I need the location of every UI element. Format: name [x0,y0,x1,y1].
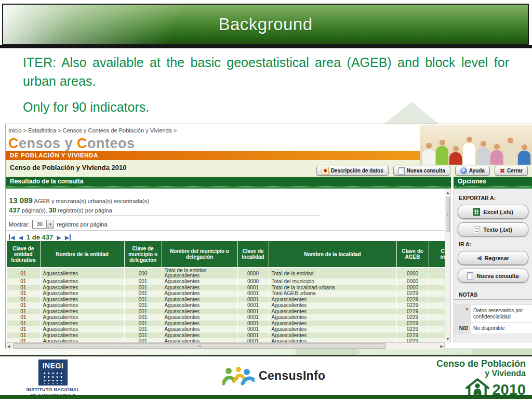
next-page-icon[interactable] [57,234,61,241]
table-cell: 01 [7,321,40,327]
previous-page-icon[interactable] [18,234,22,241]
found-label: AGEB y manzana(s) urbana(s) encontrada(s… [33,198,149,204]
table-cell: 001 [124,321,162,327]
table-cell: 01 [7,314,40,321]
export-excel-xls-button[interactable]: Excel (.xls) [458,205,528,219]
table-row: 01Aguascalientes001Aguascalientes0001Tot… [7,290,445,297]
table-cell: 0229 [396,297,429,303]
censo-line2: y Vivienda [436,369,526,378]
page-icon [467,272,473,280]
table-cell: 0000 [396,278,429,285]
table-cell: Aguascalientes [40,297,124,303]
table-cell: 01 [7,302,40,309]
table-cell: Aguascalientes [162,302,237,309]
inegi-name-line1: INSTITUTO NACIONAL [17,387,89,393]
table-cell: Aguascalientes [269,326,396,332]
table-cell: Aguascalientes [40,321,124,327]
photo-person [504,138,516,165]
body-paragraph-1: ITER: Also available at the basic geoest… [23,54,509,90]
excel-icon [473,208,480,216]
vertical-scroll-thumb[interactable] [446,197,450,232]
close-icon [500,168,505,174]
decorative-triangle [383,102,440,125]
export-buttons: Excel (.xls)Texto (.txt) [454,205,532,236]
slide-title-bar: Background [2,4,529,45]
table-cell: 01 [7,332,40,339]
found-count: 13 089 [9,196,33,205]
browser-screenshot: Inicio > Estadística > Censos y Conteos … [5,124,532,349]
goto-buttons: RegresarNueva consulta [454,251,532,283]
table-cell [429,314,445,321]
census-family-photo [420,125,532,165]
goto-nueva-consulta-button[interactable]: Nueva consulta [458,269,528,283]
photo-person [436,140,448,165]
toolbar-nueva-consulta-button[interactable]: Nueva consulta [393,166,450,176]
table-cell: 0001 [237,285,269,291]
censusinfo-logo: CensusInfo [222,366,325,385]
table-cell: 0229 [396,332,429,339]
show-label: Mostrar: [9,221,30,228]
table-cell: Aguascalientes [162,314,237,321]
table-cell: Total del municipio [269,278,396,285]
table-cell [429,302,445,309]
pagination-text: 1 de 437 [26,233,53,241]
slide-footer: INEGI INSTITUTO NACIONAL DE ESTADÍSTICA … [0,358,532,395]
slide-title: Background [3,5,528,44]
scroll-up-icon[interactable]: ▲ [445,190,450,195]
toolbar-ayuda-button[interactable]: Ayuda [455,166,490,176]
export-texto-txt-button[interactable]: Texto (.txt) [458,222,528,236]
censusinfo-figures-icon [222,366,255,385]
per-page-select[interactable]: 30 [32,220,54,229]
decorative-chevron [294,349,361,355]
results-header: Resultado de la consulta [10,178,83,185]
table-row: 01Aguascalientes001Aguascalientes0001Agu… [7,302,445,309]
table-cell: Total de la entidad Aguascalientes [162,268,237,278]
table-cell: Aguascalientes [269,321,396,327]
table-cell: Aguascalientes [40,302,124,309]
divider [9,216,321,216]
table-header-row: Clave de entidad federativaNombre de la … [7,241,445,268]
button-label: Texto (.txt) [483,227,512,233]
page-title: Censo de Población y Vivienda 2010 [10,164,126,171]
pagination: 1 de 437 [9,233,71,241]
last-page-icon[interactable] [65,234,71,241]
scroll-right-icon[interactable]: ▶ [441,344,443,349]
vertical-scrollbar[interactable]: ▲ ▼ [445,190,451,342]
table-cell: 01 [7,268,40,278]
notes-list: *Datos reservados por confidencialidadN/… [454,304,532,334]
table-row: 01Aguascalientes000Total de la entidad A… [7,268,445,278]
per-page-label: registro(s) por página [56,207,112,214]
horizontal-scrollbar[interactable]: ◀ ▶ [6,342,445,350]
toolbar-descripci-n-de-datos-button[interactable]: Descripción de datos [316,166,389,176]
censo-2010-logo: Censo de Población y Vivienda 2010 [436,358,526,399]
table-cell: Total de la entidad [269,268,396,278]
photo-person [477,141,489,165]
table-cell: 001 [124,302,162,309]
table-cell: 001 [124,309,162,315]
inegi-logo-box: INEGI [38,360,68,385]
table-cell: Aguascalientes [269,297,396,303]
results-summary: 13 089 AGEB y manzana(s) urbana(s) encon… [9,196,149,215]
show-per-page-row: Mostrar: 30 registros por página [9,220,108,229]
table-row: 01Aguascalientes001Aguascalientes0001Tot… [7,285,445,291]
censusinfo-label: CensusInfo [259,369,325,383]
table-cell: Aguascalientes [269,332,396,339]
options-panel: EXPORTAR A: Excel (.xls)Texto (.txt) IR … [454,190,532,342]
horizontal-scroll-thumb[interactable] [13,343,386,349]
first-page-icon[interactable] [9,234,15,241]
scroll-down-icon[interactable]: ▼ [445,337,450,342]
note-symbol: * [454,305,471,323]
pdf-icon [322,167,329,175]
goto-regresar-button[interactable]: Regresar [458,251,528,265]
toolbar-cerrar-button[interactable]: Cerrar [495,166,528,176]
table-cell: Aguascalientes [40,309,124,315]
table-cell: Aguascalientes [40,332,124,339]
breadcrumb[interactable]: Inicio > Estadística > Censos y Conteos … [8,127,177,134]
table-cell: Aguascalientes [40,285,124,291]
table-cell: 0001 [237,326,269,332]
table-cell: 0000 [237,278,269,285]
column-header: Clave de entidad federativa [7,241,40,268]
table-cell: 001 [124,332,162,339]
chevron-down-icon[interactable] [46,220,54,229]
scroll-left-icon[interactable]: ◀ [7,344,10,349]
